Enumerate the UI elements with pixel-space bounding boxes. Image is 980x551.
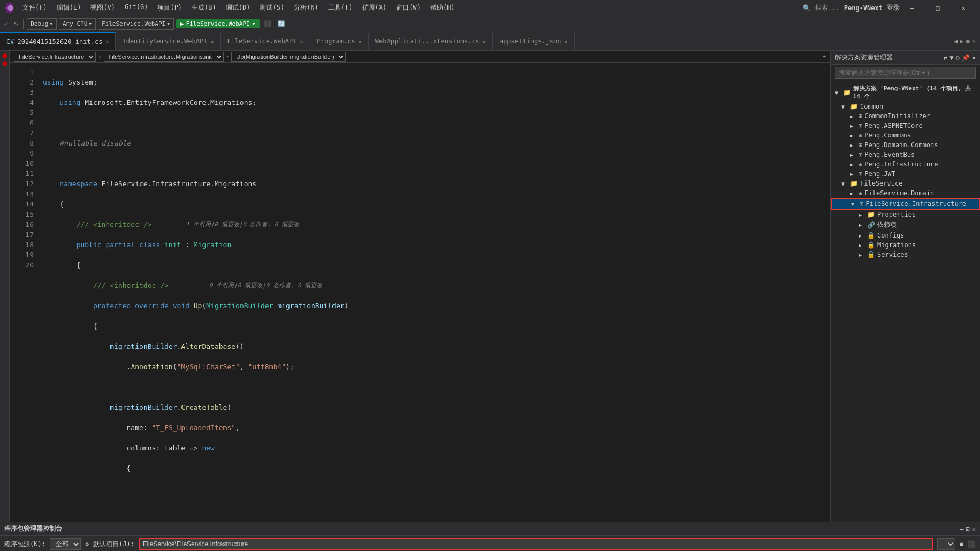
expand-icon: ▶	[850, 142, 856, 148]
tab-identity-webapi[interactable]: IdentityService.WebAPI ✕	[116, 32, 221, 51]
code-text[interactable]: using System; using Microsoft.EntityFram…	[36, 63, 830, 522]
code-line-11: /// <inheritdoc />0 个引用|0 项更改|0 名作者, 0 项…	[43, 280, 824, 290]
tab-close-icon[interactable]: ✕	[483, 39, 486, 44]
cs-icon: ⊞	[859, 160, 862, 168]
pm-collapse-icon[interactable]: —	[960, 525, 963, 533]
chevron-down-icon: ▾	[166, 20, 170, 27]
lock-icon: 🔒	[867, 241, 875, 249]
code-line-8: /// <inheritdoc />1 个引用|0 项更改|0 名作者, 0 项…	[43, 219, 824, 229]
attach-debugger-button[interactable]: ⬛	[262, 19, 274, 28]
tree-folder-fileservice[interactable]: ▼ 📁 FileService	[831, 179, 980, 188]
menu-help[interactable]: 帮助(H)	[426, 1, 459, 14]
tab-close-icon[interactable]: ✕	[359, 39, 362, 44]
stop-icon[interactable]: ⬛	[968, 540, 976, 548]
menu-analyze[interactable]: 分析(N)	[290, 1, 323, 14]
menu-project[interactable]: 项目(P)	[153, 1, 186, 14]
tab-init-cs[interactable]: C# 20240415152620_init.cs ✕	[0, 32, 116, 51]
package-source-dropdown[interactable]: 全部	[50, 538, 81, 550]
menu-build[interactable]: 生成(B)	[187, 1, 221, 14]
tree-item-properties[interactable]: ▶ 📁 Properties	[831, 210, 980, 219]
tree-item-peng-eventbus[interactable]: ▶ ⊞ Peng.EventBus	[831, 150, 980, 159]
tab-program-cs[interactable]: Program.cs ✕	[310, 32, 369, 51]
tab-close-icon[interactable]: ✕	[105, 39, 109, 44]
login-button[interactable]: 登录	[887, 3, 900, 12]
solution-icon: 📁	[843, 89, 851, 96]
scroll-tabs-right-icon[interactable]: ▶	[960, 37, 963, 45]
editor-area: FileService.Infrastructure › FileService…	[10, 51, 830, 522]
code-line-17: migrationBuilder.CreateTable(	[43, 402, 824, 412]
window-controls: — □ ✕	[900, 0, 976, 16]
collapse-all-icon[interactable]: ▼	[949, 54, 953, 62]
code-line-1: using System;	[43, 77, 824, 87]
main-toolbar: ↩ ↪ Debug ▾ Any CPU ▾ FileService.WebAPI…	[0, 16, 980, 32]
menu-test[interactable]: 测试(S)	[255, 1, 288, 14]
tree-item-dependencies[interactable]: ▶ 🔗 依赖项	[831, 219, 980, 231]
breakpoint-area: ⬤	[2, 53, 7, 58]
tab-webapplication-extensions[interactable]: WebApplicati...xtensions.cs ✕	[369, 32, 493, 51]
tree-item-peng-commons[interactable]: ▶ ⊞ Peng.Commons	[831, 131, 980, 140]
menu-tools[interactable]: 工具(T)	[324, 1, 357, 14]
tab-list-icon[interactable]: ≡	[966, 37, 970, 45]
tree-item-services[interactable]: ▶ 🔒 Services	[831, 250, 980, 259]
tree-folder-common[interactable]: ▼ 📁 Common	[831, 102, 980, 111]
solution-search-input[interactable]	[835, 67, 976, 79]
platform-dropdown[interactable]: Any CPU ▾	[59, 18, 96, 30]
tree-item-peng-jwt[interactable]: ▶ ⊞ Peng.JWT	[831, 169, 980, 179]
menu-file[interactable]: 文件(F)	[18, 1, 51, 14]
pin-icon[interactable]: 📌	[962, 54, 970, 62]
tab-close-icon[interactable]: ✕	[300, 39, 303, 44]
startup-project-dropdown[interactable]: FileService.WebAPI ▾	[98, 18, 174, 30]
tree-item-peng-aspnetcore[interactable]: ▶ ⊞ Peng.ASPNETCore	[831, 121, 980, 131]
tab-close-icon[interactable]: ✕	[564, 39, 567, 44]
scroll-tabs-left-icon[interactable]: ◀	[954, 37, 958, 45]
default-project-input[interactable]	[139, 538, 933, 550]
folder-icon: 📁	[850, 180, 858, 187]
run-button[interactable]: ▶ FileService.WebAPI ▾	[176, 19, 260, 28]
code-editor[interactable]: 1 2 3 4 5 6 7 8 9 10 11 12 13 14 15 16 1…	[10, 63, 830, 522]
pm-close-icon[interactable]: ✕	[972, 525, 976, 533]
expand-icon: ▶	[850, 171, 856, 177]
project-dropdown[interactable]	[937, 538, 955, 550]
debug-mode-dropdown[interactable]: Debug ▾	[27, 18, 57, 30]
close-all-tabs-icon[interactable]: ✕	[972, 37, 976, 45]
tree-item-fileservice-infrastructure[interactable]: ▼ ⊞ FileService.Infrastructure	[831, 198, 980, 210]
refresh-button[interactable]: 🔄	[276, 19, 287, 28]
tree-item-fileservice-domain[interactable]: ▶ ⊞ FileService.Domain	[831, 188, 980, 198]
class-dropdown[interactable]: FileService.Infrastructure.Migrations.in…	[104, 52, 224, 62]
tree-item-migrations[interactable]: ▶ 🔒 Migrations	[831, 240, 980, 250]
tree-item-configs[interactable]: ▶ 🔒 Configs	[831, 231, 980, 240]
tab-appsettings[interactable]: appsettings.json ✕	[493, 32, 575, 51]
tree-item-peng-domain-commons[interactable]: ▶ ⊞ Peng.Domain.Commons	[831, 140, 980, 150]
settings-icon[interactable]: ⚙	[85, 540, 89, 548]
menu-window[interactable]: 窗口(W)	[392, 1, 425, 14]
tree-item-peng-infrastructure[interactable]: ▶ ⊞ Peng.Infrastructure	[831, 159, 980, 169]
menu-debug[interactable]: 调试(D)	[222, 1, 255, 14]
tab-close-icon[interactable]: ✕	[210, 39, 214, 44]
menu-git[interactable]: Git(G)	[120, 1, 152, 14]
menu-view[interactable]: 视图(V)	[86, 1, 119, 14]
solution-root[interactable]: ▼ 📁 解决方案 'Peng-VNext' (14 个项目, 共 14 个	[831, 83, 980, 102]
expand-icon[interactable]: +	[822, 53, 826, 60]
code-line-16	[43, 382, 824, 392]
undo-button[interactable]: ↩	[2, 19, 10, 28]
minimize-button[interactable]: —	[900, 0, 924, 16]
close-button[interactable]: ✕	[951, 0, 976, 16]
properties-icon[interactable]: ⚙	[956, 54, 960, 62]
method-dropdown[interactable]: Up(MigrationBuilder migrationBuilder)	[231, 52, 346, 62]
maximize-button[interactable]: □	[925, 0, 950, 16]
menu-edit[interactable]: 编辑(E)	[52, 1, 86, 14]
package-manager-console: 程序包管理器控制台 — ⊡ ✕ 程序包源(K): 全部 ⚙ 默认项目(J): ≡…	[0, 522, 980, 551]
menu-extensions[interactable]: 扩展(X)	[358, 1, 391, 14]
chevron-down-icon: ▾	[49, 20, 53, 27]
tab-fileservice-webapi[interactable]: FileService.WebAPI ✕	[221, 32, 310, 51]
close-panel-icon[interactable]: ✕	[972, 54, 976, 62]
sync-with-active-doc-icon[interactable]: ⇄	[944, 54, 947, 62]
tree-item-commoninitializer[interactable]: ▶ ⊞ CommonInitializer	[831, 111, 980, 121]
namespace-dropdown[interactable]: FileService.Infrastructure	[14, 52, 96, 62]
redo-button[interactable]: ↪	[12, 19, 20, 28]
pm-float-icon[interactable]: ⊡	[966, 525, 970, 533]
expand-icon: ▶	[859, 242, 865, 248]
toolbar-separator-1	[23, 19, 24, 29]
code-line-4: #nullable disable	[43, 138, 824, 148]
list-icon[interactable]: ≡	[960, 540, 963, 548]
